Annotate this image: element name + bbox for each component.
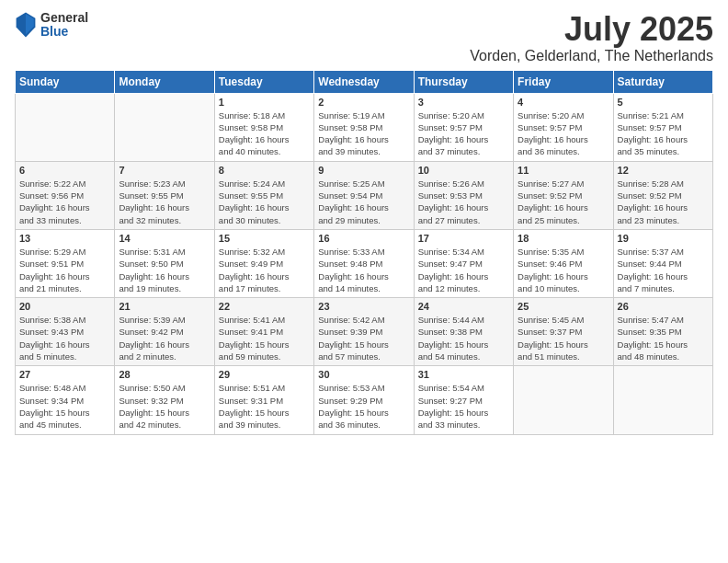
day-number: 25 <box>518 301 609 312</box>
day-number: 7 <box>119 165 210 176</box>
calendar-cell <box>115 93 214 161</box>
calendar-cell: 30Sunrise: 5:53 AM Sunset: 9:29 PM Dayli… <box>314 366 414 434</box>
day-number: 17 <box>418 233 509 244</box>
day-info: Sunrise: 5:20 AM Sunset: 9:57 PM Dayligh… <box>418 109 509 158</box>
calendar-cell: 28Sunrise: 5:50 AM Sunset: 9:32 PM Dayli… <box>115 366 214 434</box>
col-sunday: Sunday <box>16 70 115 93</box>
logo-general: General <box>40 11 88 25</box>
calendar-week-1: 1Sunrise: 5:18 AM Sunset: 9:58 PM Daylig… <box>16 93 713 161</box>
calendar-cell: 12Sunrise: 5:28 AM Sunset: 9:52 PM Dayli… <box>613 161 712 229</box>
day-number: 29 <box>219 369 310 380</box>
day-info: Sunrise: 5:41 AM Sunset: 9:41 PM Dayligh… <box>219 314 310 362</box>
calendar-cell: 20Sunrise: 5:38 AM Sunset: 9:43 PM Dayli… <box>16 298 115 366</box>
day-number: 13 <box>19 233 110 244</box>
day-number: 8 <box>219 165 310 176</box>
day-number: 30 <box>318 369 409 380</box>
main-title: July 2025 <box>470 11 713 48</box>
day-info: Sunrise: 5:35 AM Sunset: 9:46 PM Dayligh… <box>518 246 609 294</box>
day-number: 11 <box>518 165 609 176</box>
col-friday: Friday <box>514 70 613 93</box>
col-saturday: Saturday <box>613 70 712 93</box>
day-info: Sunrise: 5:33 AM Sunset: 9:48 PM Dayligh… <box>318 246 409 294</box>
calendar-cell: 2Sunrise: 5:19 AM Sunset: 9:58 PM Daylig… <box>314 93 414 161</box>
calendar-cell: 4Sunrise: 5:20 AM Sunset: 9:57 PM Daylig… <box>514 93 613 161</box>
calendar-cell: 17Sunrise: 5:34 AM Sunset: 9:47 PM Dayli… <box>414 229 513 297</box>
day-number: 24 <box>418 301 509 312</box>
day-info: Sunrise: 5:19 AM Sunset: 9:58 PM Dayligh… <box>318 109 409 158</box>
day-info: Sunrise: 5:25 AM Sunset: 9:54 PM Dayligh… <box>318 178 409 226</box>
day-number: 6 <box>19 165 110 176</box>
calendar-cell: 11Sunrise: 5:27 AM Sunset: 9:52 PM Dayli… <box>514 161 613 229</box>
calendar-cell <box>514 366 613 434</box>
calendar-cell: 8Sunrise: 5:24 AM Sunset: 9:55 PM Daylig… <box>214 161 313 229</box>
day-number: 2 <box>318 97 409 108</box>
day-info: Sunrise: 5:51 AM Sunset: 9:31 PM Dayligh… <box>219 382 310 431</box>
logo-blue: Blue <box>40 25 88 39</box>
day-info: Sunrise: 5:24 AM Sunset: 9:55 PM Dayligh… <box>219 178 310 226</box>
page: General Blue July 2025 Vorden, Gelderlan… <box>0 0 728 563</box>
day-number: 21 <box>119 301 210 312</box>
header-row: Sunday Monday Tuesday Wednesday Thursday… <box>16 70 713 93</box>
calendar-cell: 27Sunrise: 5:48 AM Sunset: 9:34 PM Dayli… <box>16 366 115 434</box>
day-number: 26 <box>618 301 709 312</box>
calendar-cell: 31Sunrise: 5:54 AM Sunset: 9:27 PM Dayli… <box>414 366 513 434</box>
day-info: Sunrise: 5:31 AM Sunset: 9:50 PM Dayligh… <box>119 246 210 294</box>
day-info: Sunrise: 5:38 AM Sunset: 9:43 PM Dayligh… <box>19 314 110 362</box>
day-number: 1 <box>219 97 310 108</box>
day-number: 27 <box>19 369 110 380</box>
title-block: July 2025 Vorden, Gelderland, The Nether… <box>470 11 713 64</box>
day-info: Sunrise: 5:29 AM Sunset: 9:51 PM Dayligh… <box>19 246 110 294</box>
day-info: Sunrise: 5:54 AM Sunset: 9:27 PM Dayligh… <box>418 382 509 431</box>
calendar-week-2: 6Sunrise: 5:22 AM Sunset: 9:56 PM Daylig… <box>16 161 713 229</box>
calendar-cell: 5Sunrise: 5:21 AM Sunset: 9:57 PM Daylig… <box>613 93 712 161</box>
day-number: 20 <box>19 301 110 312</box>
day-info: Sunrise: 5:39 AM Sunset: 9:42 PM Dayligh… <box>119 314 210 362</box>
calendar-cell: 1Sunrise: 5:18 AM Sunset: 9:58 PM Daylig… <box>214 93 313 161</box>
day-number: 22 <box>219 301 310 312</box>
day-number: 9 <box>318 165 409 176</box>
logo: General Blue <box>15 11 88 40</box>
day-number: 31 <box>418 369 509 380</box>
day-number: 19 <box>618 233 709 244</box>
day-info: Sunrise: 5:18 AM Sunset: 9:58 PM Dayligh… <box>219 109 310 158</box>
calendar-cell <box>16 93 115 161</box>
day-number: 18 <box>518 233 609 244</box>
calendar-cell: 21Sunrise: 5:39 AM Sunset: 9:42 PM Dayli… <box>115 298 214 366</box>
day-info: Sunrise: 5:47 AM Sunset: 9:35 PM Dayligh… <box>618 314 709 362</box>
calendar-cell: 23Sunrise: 5:42 AM Sunset: 9:39 PM Dayli… <box>314 298 414 366</box>
day-info: Sunrise: 5:28 AM Sunset: 9:52 PM Dayligh… <box>618 178 709 226</box>
day-info: Sunrise: 5:23 AM Sunset: 9:55 PM Dayligh… <box>119 178 210 226</box>
col-thursday: Thursday <box>414 70 513 93</box>
calendar-week-5: 27Sunrise: 5:48 AM Sunset: 9:34 PM Dayli… <box>16 366 713 434</box>
day-number: 10 <box>418 165 509 176</box>
calendar-cell: 6Sunrise: 5:22 AM Sunset: 9:56 PM Daylig… <box>16 161 115 229</box>
col-monday: Monday <box>115 70 214 93</box>
calendar-cell: 26Sunrise: 5:47 AM Sunset: 9:35 PM Dayli… <box>613 298 712 366</box>
day-number: 28 <box>119 369 210 380</box>
day-info: Sunrise: 5:50 AM Sunset: 9:32 PM Dayligh… <box>119 382 210 431</box>
day-info: Sunrise: 5:22 AM Sunset: 9:56 PM Dayligh… <box>19 178 110 226</box>
calendar-cell: 7Sunrise: 5:23 AM Sunset: 9:55 PM Daylig… <box>115 161 214 229</box>
day-info: Sunrise: 5:48 AM Sunset: 9:34 PM Dayligh… <box>19 382 110 431</box>
calendar-cell: 24Sunrise: 5:44 AM Sunset: 9:38 PM Dayli… <box>414 298 513 366</box>
day-number: 4 <box>518 97 609 108</box>
day-info: Sunrise: 5:44 AM Sunset: 9:38 PM Dayligh… <box>418 314 509 362</box>
calendar-cell: 3Sunrise: 5:20 AM Sunset: 9:57 PM Daylig… <box>414 93 513 161</box>
calendar-cell: 15Sunrise: 5:32 AM Sunset: 9:49 PM Dayli… <box>214 229 313 297</box>
calendar-cell: 9Sunrise: 5:25 AM Sunset: 9:54 PM Daylig… <box>314 161 414 229</box>
col-tuesday: Tuesday <box>214 70 313 93</box>
day-info: Sunrise: 5:42 AM Sunset: 9:39 PM Dayligh… <box>318 314 409 362</box>
col-wednesday: Wednesday <box>314 70 414 93</box>
calendar-table: Sunday Monday Tuesday Wednesday Thursday… <box>15 70 713 435</box>
calendar-cell: 25Sunrise: 5:45 AM Sunset: 9:37 PM Dayli… <box>514 298 613 366</box>
day-number: 23 <box>318 301 409 312</box>
day-info: Sunrise: 5:26 AM Sunset: 9:53 PM Dayligh… <box>418 178 509 226</box>
calendar-cell: 19Sunrise: 5:37 AM Sunset: 9:44 PM Dayli… <box>613 229 712 297</box>
day-info: Sunrise: 5:32 AM Sunset: 9:49 PM Dayligh… <box>219 246 310 294</box>
subtitle: Vorden, Gelderland, The Netherlands <box>470 48 713 64</box>
day-info: Sunrise: 5:21 AM Sunset: 9:57 PM Dayligh… <box>618 109 709 158</box>
day-number: 12 <box>618 165 709 176</box>
logo-icon <box>15 12 37 38</box>
calendar-cell: 16Sunrise: 5:33 AM Sunset: 9:48 PM Dayli… <box>314 229 414 297</box>
day-number: 16 <box>318 233 409 244</box>
